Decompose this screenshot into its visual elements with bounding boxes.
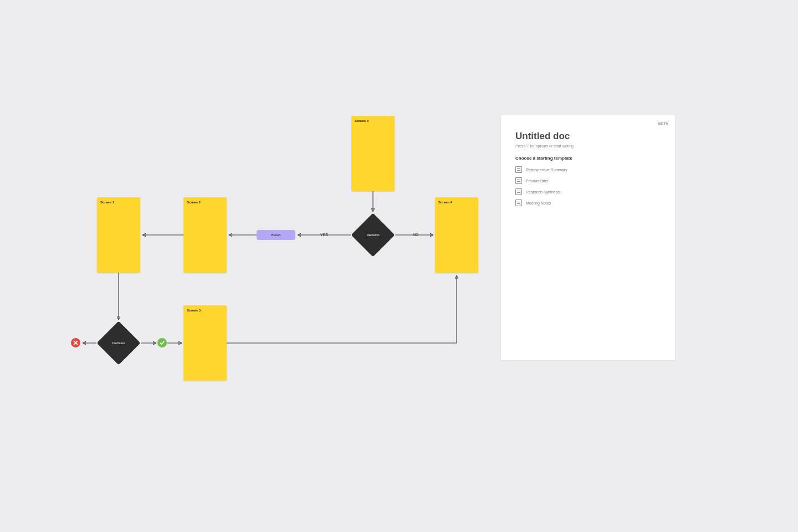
decision-bottom-label: Decision bbox=[112, 341, 125, 345]
screen-4[interactable]: Screen 4 bbox=[435, 197, 478, 273]
template-item[interactable]: Meeting Notes bbox=[515, 200, 661, 206]
screen-1[interactable]: Screen 1 bbox=[97, 197, 140, 273]
pass-icon bbox=[157, 338, 167, 347]
templates-heading: Choose a starting template bbox=[515, 156, 661, 161]
template-label: Meeting Notes bbox=[526, 201, 551, 205]
button-node-label: Button bbox=[271, 233, 280, 237]
template-label: Research Synthesis bbox=[526, 190, 560, 194]
template-icon bbox=[515, 200, 522, 206]
button-node[interactable]: Button bbox=[257, 230, 295, 240]
screen-1-label: Screen 1 bbox=[100, 201, 114, 204]
screen-4-label: Screen 4 bbox=[438, 201, 452, 204]
template-icon bbox=[515, 188, 522, 195]
edge-label-yes: YES bbox=[320, 233, 328, 237]
template-item[interactable]: Research Synthesis bbox=[515, 188, 661, 195]
screen-5[interactable]: Screen 5 bbox=[183, 305, 227, 381]
canvas[interactable]: Screen 1 Screen 2 Screen 3 Screen 4 Scre… bbox=[0, 0, 798, 532]
template-item[interactable]: Product Brief bbox=[515, 177, 661, 184]
screen-2-label: Screen 2 bbox=[187, 201, 201, 204]
screen-3-label: Screen 3 bbox=[355, 119, 369, 122]
doc-title[interactable]: Untitled doc bbox=[515, 131, 661, 142]
template-item[interactable]: Retrospective Summary bbox=[515, 166, 661, 173]
doc-hint: Press '/' for options or start writing bbox=[515, 144, 661, 148]
decision-bottom[interactable]: Decision bbox=[96, 321, 141, 365]
fail-icon bbox=[71, 338, 80, 347]
template-label: Product Brief bbox=[526, 179, 548, 183]
template-icon bbox=[515, 166, 522, 173]
template-label: Retrospective Summary bbox=[526, 168, 567, 172]
template-icon bbox=[515, 177, 522, 184]
template-list: Retrospective Summary Product Brief Rese… bbox=[515, 166, 661, 206]
screen-3[interactable]: Screen 3 bbox=[351, 116, 395, 191]
edge-label-no: NO bbox=[413, 233, 419, 237]
screen-2[interactable]: Screen 2 bbox=[183, 197, 227, 273]
decision-top[interactable]: Decision bbox=[351, 213, 395, 257]
decision-top-label: Decision bbox=[366, 233, 379, 237]
beta-badge: BETA bbox=[658, 122, 668, 125]
screen-5-label: Screen 5 bbox=[187, 309, 201, 312]
doc-panel[interactable]: BETA Untitled doc Press '/' for options … bbox=[501, 115, 675, 360]
